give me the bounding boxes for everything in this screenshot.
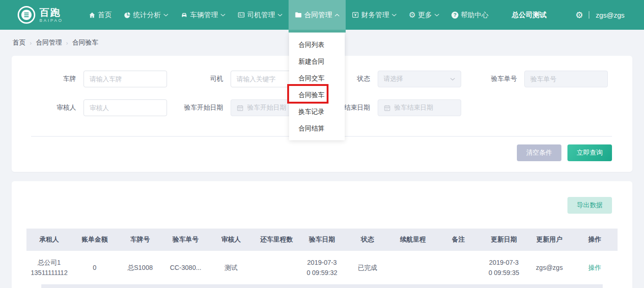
filter-label-plate: 车牌 bbox=[24, 75, 76, 83]
navbar-right: 总公司测试 ⚙ zgs@zgs bbox=[512, 11, 625, 20]
nav-item-finance[interactable]: 财务管理 bbox=[346, 0, 403, 30]
plate-input[interactable] bbox=[84, 71, 167, 87]
nav-item-label: 司机管理 bbox=[247, 11, 275, 20]
navbar-divider bbox=[589, 11, 589, 19]
brand-subtitle: BAIPAO bbox=[39, 19, 63, 23]
table-cell bbox=[436, 251, 481, 284]
column-header: 续航里程 bbox=[390, 229, 436, 251]
table-cell: 总公司1 13511111112 bbox=[26, 251, 72, 284]
breadcrumb-item[interactable]: 首页 bbox=[13, 39, 26, 47]
table-cell: zgs@zgs bbox=[527, 251, 572, 284]
main-nav: 首页统计分析车辆管理司机管理合同管理合同列表新建合同合同交车合同验车换车记录合同… bbox=[83, 0, 495, 30]
user-account[interactable]: zgs@zgs bbox=[596, 11, 625, 19]
results-panel: 导出数据 承租人账单金额车牌号验车单号审核人还车里程数验车日期状态续航里程备注更… bbox=[12, 181, 632, 288]
table-row: 总公司1 135111111120总S1008CC-3080...测试2019-… bbox=[26, 251, 618, 284]
table-cell: 2019-07-3 0 09:59:32 bbox=[299, 251, 345, 284]
column-header: 更新用户 bbox=[527, 229, 572, 251]
column-header: 状态 bbox=[345, 229, 390, 251]
chevron-down-icon bbox=[163, 13, 168, 17]
id-card-icon bbox=[238, 11, 245, 19]
nav-item-help[interactable]: ?帮助中心 bbox=[445, 0, 495, 30]
breadcrumb-item[interactable]: 合同管理 bbox=[36, 39, 62, 47]
nav-item-label: 车辆管理 bbox=[190, 11, 218, 20]
table-footer-strip bbox=[41, 284, 603, 288]
status-select[interactable]: 请选择 bbox=[378, 71, 461, 87]
filter-label-inspect-no: 验车单号 bbox=[465, 75, 517, 83]
search-button[interactable]: 立即查询 bbox=[567, 144, 612, 161]
filter-field-plate: 车牌 bbox=[24, 71, 171, 87]
inspect-end-date-input[interactable]: 验车结束日期 bbox=[378, 99, 461, 116]
nav-item-home[interactable]: 首页 bbox=[83, 0, 118, 30]
breadcrumb-item: 合同验车 bbox=[72, 39, 98, 47]
auditor-input[interactable] bbox=[84, 99, 167, 116]
calendar-icon bbox=[237, 105, 244, 111]
breadcrumb-separator-icon: › bbox=[30, 39, 32, 46]
dropdown-item-contract-deliver[interactable]: 合同交车 bbox=[289, 70, 345, 86]
chevron-down-icon bbox=[392, 13, 397, 17]
column-header: 验车日期 bbox=[299, 229, 345, 251]
calendar-icon bbox=[384, 105, 391, 111]
dropdown-item-contract-inspect[interactable]: 合同验车 bbox=[289, 86, 345, 103]
date-placeholder: 验车结束日期 bbox=[394, 104, 455, 112]
chevron-down-icon bbox=[277, 13, 283, 17]
filter-field-inspect-no: 验车单号 bbox=[465, 71, 612, 87]
car-icon bbox=[180, 11, 188, 19]
table-cell: 已完成 bbox=[345, 251, 390, 284]
clear-filters-button[interactable]: 清空条件 bbox=[517, 144, 561, 161]
column-header: 验车单号 bbox=[163, 229, 208, 251]
folder-icon bbox=[295, 11, 302, 19]
filter-label-driver: 司机 bbox=[171, 75, 223, 83]
settings-gear-icon[interactable]: ⚙ bbox=[575, 11, 583, 20]
chevron-up-icon bbox=[335, 13, 340, 17]
baipao-logo[interactable]: 百跑 BAIPAO bbox=[18, 6, 63, 24]
nav-item-stats[interactable]: 统计分析 bbox=[118, 0, 174, 30]
dropdown-item-contract-list[interactable]: 合同列表 bbox=[289, 36, 345, 53]
table-cell: 总S1008 bbox=[117, 251, 163, 284]
top-navbar: 百跑 BAIPAO 首页统计分析车辆管理司机管理合同管理合同列表新建合同合同交车… bbox=[0, 0, 644, 30]
table-cell bbox=[254, 251, 299, 284]
select-placeholder: 请选择 bbox=[384, 75, 447, 83]
column-header: 更新日期 bbox=[481, 229, 527, 251]
dropdown-item-contract-new[interactable]: 新建合同 bbox=[289, 53, 345, 70]
filter-field-auditor: 审核人 bbox=[24, 99, 171, 116]
column-header: 承租人 bbox=[26, 229, 72, 251]
column-header: 操作 bbox=[572, 229, 618, 251]
table-cell bbox=[390, 251, 436, 284]
table-cell: 0 bbox=[72, 251, 117, 284]
filter-label-inspect-start-date: 验车开始日期 bbox=[171, 104, 223, 112]
finance-icon bbox=[352, 11, 359, 19]
inspect-no-input[interactable] bbox=[524, 71, 608, 87]
nav-item-driver[interactable]: 司机管理 bbox=[232, 0, 289, 30]
table-cell: CC-3080... bbox=[163, 251, 208, 284]
brand-title: 百跑 bbox=[39, 7, 63, 17]
column-header: 备注 bbox=[436, 229, 481, 251]
dropdown-item-vehicle-swap[interactable]: 换车记录 bbox=[289, 103, 345, 120]
chevron-down-icon bbox=[434, 13, 439, 17]
filter-actions: 清空条件 立即查询 bbox=[12, 144, 632, 161]
column-header: 账单金额 bbox=[72, 229, 117, 251]
breadcrumb-separator-icon: › bbox=[66, 39, 68, 46]
nav-item-label: 财务管理 bbox=[361, 11, 389, 20]
nav-item-contract[interactable]: 合同管理合同列表新建合同合同交车合同验车换车记录合同结算 bbox=[289, 0, 346, 30]
column-header: 审核人 bbox=[208, 229, 254, 251]
results-table-wrap: 承租人账单金额车牌号验车单号审核人还车里程数验车日期状态续航里程备注更新日期更新… bbox=[26, 229, 618, 288]
chevron-down-icon bbox=[220, 13, 225, 17]
logo-circle-icon bbox=[18, 6, 35, 24]
table-cell: 测试 bbox=[208, 251, 254, 284]
table-cell: 2019-07-3 0 09:59:35 bbox=[481, 251, 527, 284]
dropdown-item-contract-settle[interactable]: 合同结算 bbox=[289, 120, 345, 137]
column-header: 还车里程数 bbox=[254, 229, 299, 251]
nav-item-label: 合同管理 bbox=[304, 11, 332, 20]
contract-management-dropdown: 合同列表新建合同合同交车合同验车换车记录合同结算 bbox=[289, 33, 345, 140]
chevron-down-icon bbox=[450, 78, 455, 81]
row-action-link[interactable]: 操作 bbox=[588, 264, 601, 271]
nav-item-more[interactable]: ⚙更多 bbox=[403, 0, 445, 30]
company-switcher[interactable]: 总公司测试 bbox=[512, 11, 547, 20]
table-cell: 操作 bbox=[572, 251, 618, 284]
nav-item-vehicle[interactable]: 车辆管理 bbox=[174, 0, 232, 30]
export-data-button[interactable]: 导出数据 bbox=[567, 197, 612, 214]
gear-icon: ⚙ bbox=[409, 11, 416, 19]
nav-item-label: 帮助中心 bbox=[461, 11, 489, 20]
column-header: 车牌号 bbox=[117, 229, 163, 251]
help-icon: ? bbox=[451, 12, 458, 19]
